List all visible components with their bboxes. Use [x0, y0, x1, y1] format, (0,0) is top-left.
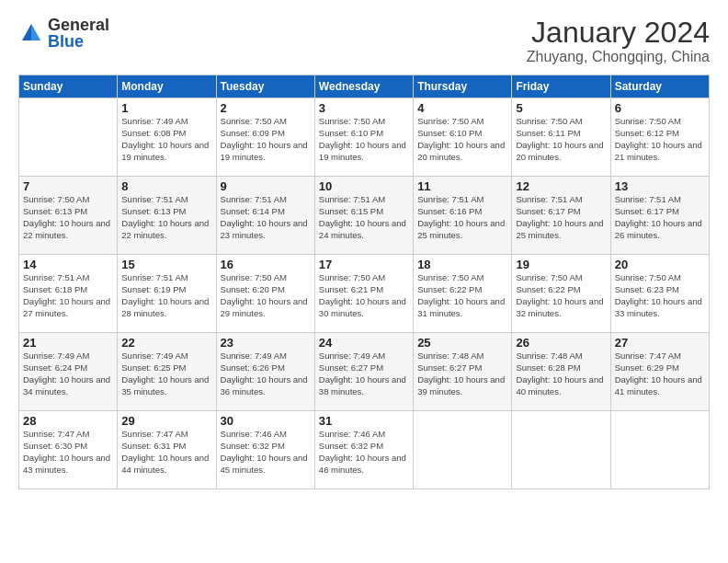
day-info: Sunrise: 7:46 AM Sunset: 6:32 PM Dayligh…: [221, 429, 311, 476]
day-info: Sunrise: 7:49 AM Sunset: 6:08 PM Dayligh…: [121, 116, 211, 163]
day-number: 9: [221, 179, 311, 193]
table-row: 17Sunrise: 7:50 AM Sunset: 6:21 PM Dayli…: [314, 255, 413, 333]
day-info: Sunrise: 7:51 AM Sunset: 6:16 PM Dayligh…: [417, 194, 507, 241]
table-row: 23Sunrise: 7:49 AM Sunset: 6:26 PM Dayli…: [216, 333, 314, 411]
day-info: Sunrise: 7:50 AM Sunset: 6:10 PM Dayligh…: [417, 116, 507, 163]
logo-blue: Blue: [48, 33, 109, 50]
day-info: Sunrise: 7:50 AM Sunset: 6:23 PM Dayligh…: [615, 272, 705, 319]
day-number: 28: [23, 414, 113, 428]
day-number: 18: [417, 258, 507, 271]
day-number: 23: [221, 336, 311, 350]
day-info: Sunrise: 7:47 AM Sunset: 6:29 PM Dayligh…: [615, 350, 705, 397]
week-row-5: 28Sunrise: 7:47 AM Sunset: 6:30 PM Dayli…: [19, 411, 710, 489]
week-row-4: 21Sunrise: 7:49 AM Sunset: 6:24 PM Dayli…: [19, 333, 710, 411]
day-number: 4: [417, 101, 507, 115]
day-info: Sunrise: 7:51 AM Sunset: 6:14 PM Dayligh…: [221, 194, 311, 241]
logo-icon: [18, 20, 44, 46]
day-number: 22: [121, 336, 211, 350]
table-row: 12Sunrise: 7:51 AM Sunset: 6:17 PM Dayli…: [512, 177, 610, 255]
table-row: 22Sunrise: 7:49 AM Sunset: 6:25 PM Dayli…: [118, 333, 216, 411]
logo-general: General: [48, 17, 109, 33]
day-info: Sunrise: 7:50 AM Sunset: 6:11 PM Dayligh…: [516, 116, 606, 163]
day-number: 26: [516, 336, 606, 350]
day-info: Sunrise: 7:51 AM Sunset: 6:18 PM Dayligh…: [23, 272, 113, 319]
day-number: 14: [23, 258, 113, 271]
table-row: 16Sunrise: 7:50 AM Sunset: 6:20 PM Dayli…: [216, 255, 314, 333]
day-number: 7: [23, 179, 113, 193]
table-row: 13Sunrise: 7:51 AM Sunset: 6:17 PM Dayli…: [610, 177, 709, 255]
day-number: 25: [417, 336, 507, 350]
day-number: 21: [23, 336, 113, 350]
day-number: 27: [615, 336, 705, 350]
day-number: 6: [615, 101, 705, 115]
col-saturday: Saturday: [610, 75, 709, 98]
page: General Blue January 2024 Zhuyang, Chong…: [0, 0, 728, 563]
col-friday: Friday: [512, 75, 610, 98]
day-info: Sunrise: 7:48 AM Sunset: 6:28 PM Dayligh…: [516, 350, 606, 397]
table-row: 4Sunrise: 7:50 AM Sunset: 6:10 PM Daylig…: [414, 98, 512, 177]
day-info: Sunrise: 7:49 AM Sunset: 6:24 PM Dayligh…: [23, 350, 113, 397]
day-number: 10: [319, 179, 409, 193]
header: General Blue January 2024 Zhuyang, Chong…: [18, 17, 710, 65]
table-row: 30Sunrise: 7:46 AM Sunset: 6:32 PM Dayli…: [216, 411, 314, 489]
day-info: Sunrise: 7:50 AM Sunset: 6:12 PM Dayligh…: [615, 116, 705, 163]
day-number: 17: [319, 258, 409, 271]
table-row: 3Sunrise: 7:50 AM Sunset: 6:10 PM Daylig…: [314, 98, 413, 177]
day-info: Sunrise: 7:50 AM Sunset: 6:22 PM Dayligh…: [516, 272, 606, 319]
calendar-table: Sunday Monday Tuesday Wednesday Thursday…: [18, 75, 710, 489]
day-info: Sunrise: 7:50 AM Sunset: 6:10 PM Dayligh…: [319, 116, 409, 163]
day-number: 3: [319, 101, 409, 115]
header-row: Sunday Monday Tuesday Wednesday Thursday…: [19, 75, 710, 98]
day-info: Sunrise: 7:50 AM Sunset: 6:22 PM Dayligh…: [417, 272, 507, 319]
day-number: 30: [221, 414, 311, 428]
title-block: January 2024 Zhuyang, Chongqing, China: [527, 17, 710, 65]
col-sunday: Sunday: [19, 75, 118, 98]
table-row: [19, 98, 118, 177]
day-number: 1: [121, 101, 211, 115]
table-row: 2Sunrise: 7:50 AM Sunset: 6:09 PM Daylig…: [216, 98, 314, 177]
table-row: 8Sunrise: 7:51 AM Sunset: 6:13 PM Daylig…: [118, 177, 216, 255]
table-row: [610, 411, 709, 489]
table-row: [414, 411, 512, 489]
col-thursday: Thursday: [414, 75, 512, 98]
day-info: Sunrise: 7:47 AM Sunset: 6:31 PM Dayligh…: [121, 429, 211, 476]
day-info: Sunrise: 7:51 AM Sunset: 6:15 PM Dayligh…: [319, 194, 409, 241]
table-row: 27Sunrise: 7:47 AM Sunset: 6:29 PM Dayli…: [610, 333, 709, 411]
day-info: Sunrise: 7:48 AM Sunset: 6:27 PM Dayligh…: [417, 350, 507, 397]
table-row: 29Sunrise: 7:47 AM Sunset: 6:31 PM Dayli…: [118, 411, 216, 489]
day-number: 13: [615, 179, 705, 193]
day-info: Sunrise: 7:50 AM Sunset: 6:09 PM Dayligh…: [221, 116, 311, 163]
table-row: 9Sunrise: 7:51 AM Sunset: 6:14 PM Daylig…: [216, 177, 314, 255]
table-row: [512, 411, 610, 489]
logo: General Blue: [18, 17, 109, 50]
day-info: Sunrise: 7:49 AM Sunset: 6:26 PM Dayligh…: [221, 350, 311, 397]
day-info: Sunrise: 7:50 AM Sunset: 6:21 PM Dayligh…: [319, 272, 409, 319]
week-row-1: 1Sunrise: 7:49 AM Sunset: 6:08 PM Daylig…: [19, 98, 710, 177]
day-number: 8: [121, 179, 211, 193]
day-number: 12: [516, 179, 606, 193]
table-row: 5Sunrise: 7:50 AM Sunset: 6:11 PM Daylig…: [512, 98, 610, 177]
day-number: 31: [319, 414, 409, 428]
table-row: 26Sunrise: 7:48 AM Sunset: 6:28 PM Dayli…: [512, 333, 610, 411]
day-number: 16: [221, 258, 311, 271]
day-number: 24: [319, 336, 409, 350]
col-wednesday: Wednesday: [314, 75, 413, 98]
day-info: Sunrise: 7:50 AM Sunset: 6:13 PM Dayligh…: [23, 194, 113, 241]
day-info: Sunrise: 7:51 AM Sunset: 6:13 PM Dayligh…: [121, 194, 211, 241]
svg-marker-1: [31, 24, 40, 40]
week-row-3: 14Sunrise: 7:51 AM Sunset: 6:18 PM Dayli…: [19, 255, 710, 333]
day-number: 15: [121, 258, 211, 271]
table-row: 6Sunrise: 7:50 AM Sunset: 6:12 PM Daylig…: [610, 98, 709, 177]
location-subtitle: Zhuyang, Chongqing, China: [527, 49, 710, 65]
table-row: 28Sunrise: 7:47 AM Sunset: 6:30 PM Dayli…: [19, 411, 118, 489]
day-number: 19: [516, 258, 606, 271]
table-row: 19Sunrise: 7:50 AM Sunset: 6:22 PM Dayli…: [512, 255, 610, 333]
week-row-2: 7Sunrise: 7:50 AM Sunset: 6:13 PM Daylig…: [19, 177, 710, 255]
table-row: 11Sunrise: 7:51 AM Sunset: 6:16 PM Dayli…: [414, 177, 512, 255]
table-row: 20Sunrise: 7:50 AM Sunset: 6:23 PM Dayli…: [610, 255, 709, 333]
day-info: Sunrise: 7:50 AM Sunset: 6:20 PM Dayligh…: [221, 272, 311, 319]
col-monday: Monday: [118, 75, 216, 98]
day-number: 2: [221, 101, 311, 115]
day-info: Sunrise: 7:51 AM Sunset: 6:17 PM Dayligh…: [516, 194, 606, 241]
table-row: 14Sunrise: 7:51 AM Sunset: 6:18 PM Dayli…: [19, 255, 118, 333]
